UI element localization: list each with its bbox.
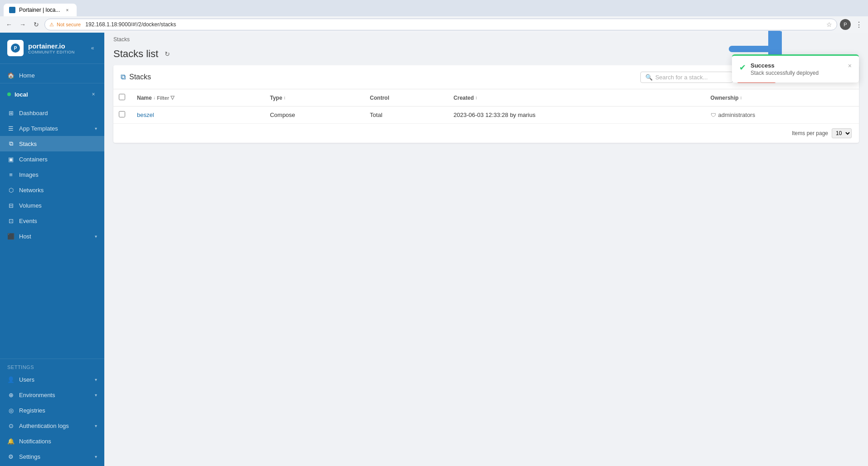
chevron-down-icon: ▾ [95, 234, 97, 239]
created-sort[interactable]: Created ↕ [454, 95, 478, 101]
sidebar-item-notifications[interactable]: 🔔 Notifications [0, 433, 104, 449]
toast-content: Success Stack successfully deployed [751, 62, 844, 76]
search-box: 🔍 [640, 72, 733, 83]
sidebar-item-networks[interactable]: ⬡ Networks [0, 182, 104, 198]
sidebar-item-label: Host [19, 233, 31, 240]
browser-chrome: Portainer | loca... × ← → ↻ ⚠ Not secure… [0, 0, 868, 33]
logo-edition: COMMUNITY EDITION [28, 50, 75, 54]
volumes-icon: ⊟ [7, 202, 15, 209]
environments-icon: ⊕ [7, 391, 15, 398]
sidebar-item-images[interactable]: ≡ Images [0, 167, 104, 182]
bookmark-icon[interactable]: ☆ [826, 21, 832, 28]
settings-section-label: Settings [0, 361, 104, 372]
table-body: beszel Compose Total 2023-06-03 12:33:28… [113, 107, 859, 124]
sidebar-item-settings[interactable]: ⚙ Settings ▾ [0, 449, 104, 464]
sidebar-item-users[interactable]: 👤 Users ▾ [0, 372, 104, 387]
browser-menu-button[interactable]: ⋮ [853, 19, 864, 30]
env-close-button[interactable]: × [90, 91, 97, 98]
logo-name: portainer.io [28, 42, 75, 50]
profile-icon[interactable]: P [840, 19, 851, 30]
users-icon: 👤 [7, 376, 15, 383]
sidebar-item-app-templates[interactable]: ☰ App Templates ▾ [0, 121, 104, 136]
search-input[interactable] [655, 74, 728, 81]
sidebar-item-host[interactable]: ⬛ Host ▾ [0, 228, 104, 244]
content-area: ⧉ Stacks 🔍 🗑 Remove + Add st [104, 65, 868, 466]
row-ownership-cell: 🛡 administrators [705, 107, 859, 124]
stacks-icon: ⧉ [7, 140, 15, 147]
logo-text: portainer.io COMMUNITY EDITION [28, 42, 75, 54]
sidebar-collapse-button[interactable]: « [88, 44, 97, 53]
address-bar[interactable]: ⚠ Not secure 192.168.1.18:9000/#!/2/dock… [44, 19, 837, 30]
breadcrumb: Stacks [104, 33, 868, 46]
filter-button[interactable]: Filter ▽ [157, 95, 174, 101]
tab-title: Portainer | loca... [19, 7, 60, 13]
host-icon: ⬛ [7, 233, 15, 240]
reload-button[interactable]: ↻ [31, 19, 42, 30]
sidebar-item-label: Containers [19, 156, 48, 163]
created-column-header: Created ↕ [448, 89, 705, 107]
sidebar-item-registries[interactable]: ◎ Registries [0, 403, 104, 418]
env-name: local [15, 91, 86, 98]
table-header: Name ↓ Filter ▽ Type ↕ [113, 89, 859, 107]
toast-close-button[interactable]: × [848, 62, 852, 69]
security-label: Not secure [57, 22, 81, 27]
networks-icon: ⬡ [7, 186, 15, 194]
select-all-checkbox[interactable] [119, 94, 125, 100]
ownership-sort[interactable]: Ownership ↕ [711, 95, 742, 101]
sidebar-item-containers[interactable]: ▣ Containers [0, 151, 104, 167]
sidebar-item-volumes[interactable]: ⊟ Volumes [0, 198, 104, 213]
auth-logs-icon: ⊙ [7, 422, 15, 429]
registries-icon: ◎ [7, 407, 15, 414]
events-icon: ⊡ [7, 217, 15, 224]
sidebar-item-events[interactable]: ⊡ Events [0, 213, 104, 228]
toast-success-icon: ✔ [739, 63, 746, 73]
row-checkbox-cell [113, 107, 132, 124]
security-icon: ⚠ [49, 22, 54, 28]
sidebar-item-stacks[interactable]: ⧉ Stacks [0, 136, 104, 151]
sidebar-item-environments[interactable]: ⊕ Environments ▾ [0, 387, 104, 403]
stacks-icon: ⧉ [121, 73, 126, 81]
logo-icon: P [7, 40, 24, 56]
stack-name-link[interactable]: beszel [137, 112, 154, 118]
sidebar-item-dashboard[interactable]: ⊞ Dashboard [0, 105, 104, 121]
table-footer: Items per page 10 25 50 [113, 124, 859, 143]
card-title-text: Stacks [129, 73, 151, 81]
name-column-header: Name ↓ Filter ▽ [132, 89, 264, 107]
refresh-button[interactable]: ↻ [163, 49, 172, 58]
tab-favicon [9, 7, 15, 13]
sidebar-item-label: Volumes [19, 202, 42, 209]
row-checkbox[interactable] [119, 111, 125, 117]
env-header: local × [0, 87, 104, 102]
browser-toolbar: ← → ↻ ⚠ Not secure 192.168.1.18:9000/#!/… [0, 16, 868, 33]
back-button[interactable]: ← [4, 19, 15, 30]
env-status-dot [7, 92, 11, 96]
shield-icon: 🛡 [711, 112, 716, 118]
sidebar-item-home[interactable]: 🏠 Home [0, 68, 104, 83]
search-icon: 🔍 [645, 74, 653, 81]
ownership-column-header: Ownership ↕ [705, 89, 859, 107]
url-text: 192.168.1.18:9000/#!/2/docker/stacks [85, 21, 176, 28]
sidebar-item-auth-logs[interactable]: ⊙ Authentication logs ▾ [0, 418, 104, 433]
browser-tab[interactable]: Portainer | loca... × [4, 4, 77, 16]
svg-text:P: P [14, 46, 17, 51]
type-sort[interactable]: Type ↕ [270, 95, 286, 101]
home-icon: 🏠 [7, 72, 15, 79]
settings-section: Settings 👤 Users ▾ ⊕ Environments ▾ ◎ Re… [0, 359, 104, 466]
page-title: Stacks list [113, 48, 158, 60]
sidebar-item-label: App Templates [19, 125, 58, 132]
browser-tabs: Portainer | loca... × [0, 0, 868, 16]
app-templates-icon: ☰ [7, 125, 15, 132]
row-name-cell: beszel [132, 107, 264, 124]
sidebar-nav: 🏠 Home local × ⊞ Dashboard ☰ App Templat… [0, 64, 104, 359]
containers-icon: ▣ [7, 155, 15, 163]
items-per-page-select[interactable]: 10 25 50 [832, 128, 852, 138]
sort-icon: ↓ [153, 95, 156, 100]
tab-close-button[interactable]: × [64, 6, 71, 14]
chevron-down-icon: ▾ [95, 377, 97, 382]
toast-container: ✔ Success Stack successfully deployed × [732, 54, 859, 83]
type-column-header: Type ↕ [264, 89, 364, 107]
row-created-cell: 2023-06-03 12:33:28 by marius [448, 107, 705, 124]
forward-button[interactable]: → [17, 19, 28, 30]
name-sort[interactable]: Name ↓ [137, 95, 156, 101]
sidebar-item-label: Settings [19, 453, 40, 460]
